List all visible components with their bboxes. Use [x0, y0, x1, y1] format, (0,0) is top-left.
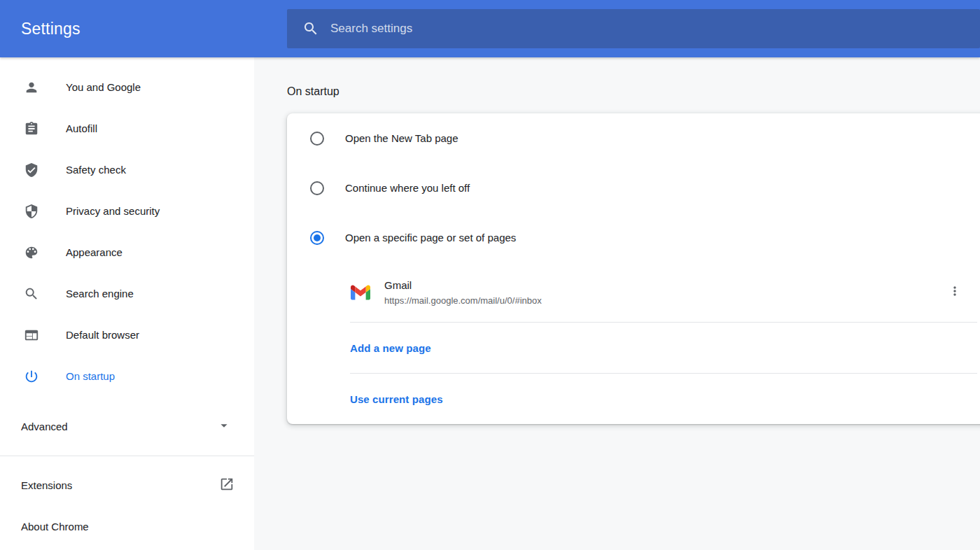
gmail-icon: [351, 283, 370, 302]
sidebar-item-label: On startup: [66, 370, 115, 382]
radio-button-selected[interactable]: [310, 231, 324, 245]
add-new-page-button[interactable]: Add a new page: [287, 323, 980, 373]
about-chrome-label: About Chrome: [21, 521, 89, 533]
radio-label: Continue where you left off: [345, 182, 470, 194]
settings-header: Settings: [0, 0, 980, 57]
more-actions-button[interactable]: [942, 280, 967, 305]
radio-open-specific-pages[interactable]: Open a specific page or set of pages: [287, 213, 980, 262]
power-icon: [24, 369, 39, 384]
search-engine-icon: [24, 286, 39, 302]
radio-label: Open a specific page or set of pages: [345, 232, 516, 244]
open-in-new-icon: [219, 477, 234, 494]
startup-page-row: Gmail https://mail.google.com/mail/u/0/#…: [287, 262, 980, 322]
sidebar-item-label: Search engine: [66, 288, 134, 299]
sidebar-item-privacy-and-security[interactable]: Privacy and security: [0, 190, 254, 232]
radio-label: Open the New Tab page: [345, 132, 458, 144]
startup-page-title: Gmail: [384, 279, 542, 291]
sidebar-item-label: Safety check: [66, 164, 126, 176]
palette-icon: [24, 245, 39, 260]
sidebar-item-label: Autofill: [66, 122, 97, 134]
search-settings-input[interactable]: [330, 22, 680, 36]
sidebar-item-on-startup[interactable]: On startup: [0, 355, 254, 397]
use-current-pages-label: Use current pages: [350, 393, 443, 405]
sidebar-item-autofill[interactable]: Autofill: [0, 108, 254, 149]
add-new-page-label: Add a new page: [350, 342, 431, 354]
sidebar-item-extensions[interactable]: Extensions: [0, 465, 254, 506]
sidebar-item-label: Appearance: [66, 246, 122, 258]
settings-search-bar[interactable]: [287, 9, 980, 48]
sidebar-item-label: You and Google: [66, 81, 141, 93]
person-icon: [24, 80, 39, 95]
page-title: Settings: [0, 20, 80, 38]
browser-window-icon: [24, 327, 39, 343]
sidebar-item-safety-check[interactable]: Safety check: [0, 149, 254, 190]
sidebar-divider: [0, 456, 254, 456]
settings-sidebar: You and Google Autofill Safety check Pri…: [0, 57, 254, 550]
use-current-pages-button[interactable]: Use current pages: [287, 374, 980, 424]
search-icon: [302, 20, 319, 37]
sidebar-item-about-chrome[interactable]: About Chrome: [0, 506, 254, 547]
sidebar-advanced-toggle[interactable]: Advanced: [0, 407, 254, 446]
settings-content: On startup Open the New Tab page Continu…: [254, 57, 980, 550]
sidebar-item-search-engine[interactable]: Search engine: [0, 273, 254, 314]
startup-page-url: https://mail.google.com/mail/u/0/#inbox: [384, 295, 542, 306]
sidebar-item-default-browser[interactable]: Default browser: [0, 314, 254, 355]
radio-continue-where-left-off[interactable]: Continue where you left off: [287, 163, 980, 213]
radio-open-new-tab[interactable]: Open the New Tab page: [287, 113, 980, 163]
extensions-label: Extensions: [21, 479, 72, 491]
sidebar-item-label: Default browser: [66, 329, 139, 341]
shield-half-icon: [24, 204, 39, 219]
clipboard-icon: [24, 121, 39, 136]
chevron-down-icon: [216, 418, 232, 435]
radio-button[interactable]: [310, 132, 324, 146]
radio-button[interactable]: [310, 181, 324, 195]
sidebar-item-appearance[interactable]: Appearance: [0, 232, 254, 273]
on-startup-card: Open the New Tab page Continue where you…: [287, 113, 980, 424]
more-vert-icon: [948, 284, 962, 300]
sidebar-item-label: Privacy and security: [66, 205, 160, 217]
advanced-label: Advanced: [21, 421, 68, 432]
shield-check-icon: [24, 162, 39, 178]
section-title: On startup: [287, 85, 980, 98]
sidebar-item-you-and-google[interactable]: You and Google: [0, 66, 254, 108]
